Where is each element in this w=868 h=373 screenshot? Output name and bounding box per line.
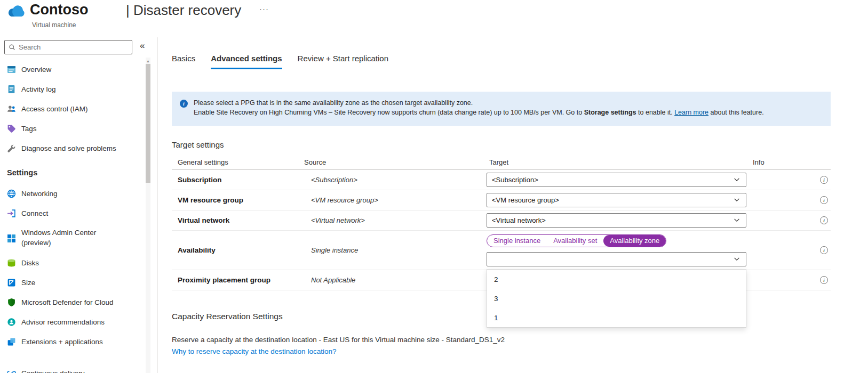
sidebar-item-microsoft-defender-for-cloud[interactable]: Microsoft Defender for Cloud	[0, 293, 143, 312]
sidebar-scrollbar-thumb[interactable]	[146, 64, 150, 183]
dropdown-option-1[interactable]: 1	[487, 308, 746, 327]
search-input[interactable]	[19, 41, 128, 53]
tab-review-start-replication[interactable]: Review + Start replication	[298, 54, 389, 69]
row-source-value: Single instance	[304, 246, 487, 254]
networking-icon	[7, 189, 16, 198]
column-header-target: Target	[487, 158, 753, 166]
banner-line2: Enable Site Recovery on High Churning VM…	[194, 108, 764, 118]
select-value: <Virtual network>	[492, 216, 546, 224]
sidebar-collapse-button[interactable]: «	[140, 40, 145, 51]
tab-advanced-settings[interactable]: Advanced settings	[211, 54, 282, 69]
row-source-value: <Virtual network>	[304, 216, 487, 224]
column-header-general-settings: General settings	[172, 158, 304, 166]
sidebar-item-label: Extensions + applications	[21, 338, 103, 346]
activity-log-icon	[7, 85, 16, 94]
tags-icon	[7, 124, 16, 133]
tab-basics[interactable]: Basics	[172, 54, 195, 69]
info-icon[interactable]	[820, 216, 828, 224]
table-row-availability: Availability Single instance Single inst…	[172, 231, 831, 270]
sidebar-item-access-control-iam[interactable]: Access control (IAM)	[0, 99, 143, 119]
sidebar-item-advisor-recommendations[interactable]: Advisor recommendations	[0, 312, 143, 332]
overview-icon	[7, 65, 16, 74]
sidebar-item-extensions-applications[interactable]: Extensions + applications	[0, 332, 143, 352]
info-banner-text: Please select a PPG that is in the same …	[194, 99, 764, 117]
capacity-reservation-link[interactable]: Why to reserve capacity at the destinati…	[172, 347, 336, 355]
sidebar-item-disks[interactable]: Disks	[0, 253, 143, 273]
sidebar-item-label: Activity log	[21, 85, 56, 93]
target-settings-title: Target settings	[172, 140, 224, 149]
row-label: Virtual network	[172, 216, 304, 224]
pill-availability-set[interactable]: Availability set	[547, 235, 603, 247]
sidebar-item-label: Disks	[21, 259, 39, 267]
availability-pill-group: Single instance Availability set Availab…	[487, 234, 666, 247]
sidebar-item-label: Diagnose and solve problems	[21, 144, 116, 152]
defender-icon	[7, 298, 16, 307]
sidebar-item-activity-log[interactable]: Activity log	[0, 79, 143, 99]
sidebar-item-label: Overview	[21, 66, 51, 74]
continuous-delivery-icon	[7, 369, 16, 373]
banner-line2-suffix: about this feature.	[708, 109, 764, 116]
sidebar-item-label: Connect	[21, 209, 48, 217]
access-control-icon	[7, 104, 16, 113]
sidebar-item-tags[interactable]: Tags	[0, 119, 143, 139]
banner-storage-settings-text: Storage settings	[584, 109, 636, 116]
availability-zone-select[interactable]	[487, 252, 746, 266]
sidebar-item-size[interactable]: Size	[0, 273, 143, 293]
info-banner: i Please select a PPG that is in the sam…	[172, 92, 831, 126]
sidebar-item-label: Tags	[21, 125, 37, 133]
sidebar-item-diagnose-and-solve-problems[interactable]: Diagnose and solve problems	[0, 139, 143, 158]
info-icon[interactable]	[820, 176, 828, 184]
sidebar-item-continuous-delivery[interactable]: Continuous delivery	[0, 363, 143, 373]
banner-line2-mid: to enable it.	[636, 109, 675, 116]
column-header-source: Source	[304, 158, 487, 166]
size-icon	[7, 278, 16, 287]
sidebar-heading-settings: Settings	[0, 164, 143, 182]
chevron-down-icon	[734, 218, 740, 222]
app-subtitle: Virtual machine	[32, 21, 76, 29]
row-label: Proximity placement group	[172, 276, 304, 284]
chevron-down-icon	[734, 198, 740, 202]
sidebar-nav: OverviewActivity logAccess control (IAM)…	[0, 60, 143, 373]
info-icon[interactable]	[820, 276, 828, 284]
pill-single-instance[interactable]: Single instance	[487, 235, 547, 247]
sidebar-item-windows-admin-center-preview[interactable]: Windows Admin Center (preview)	[0, 223, 143, 253]
target-virtual-network-select[interactable]: <Virtual network>	[487, 213, 746, 228]
learn-more-link[interactable]: Learn more	[674, 109, 708, 116]
capacity-reservation-title: Capacity Reservation Settings	[172, 312, 283, 321]
dropdown-option-2[interactable]: 2	[487, 270, 746, 289]
row-source-value: <VM resource group>	[304, 196, 487, 204]
target-subscription-select[interactable]: <Subscription>	[487, 173, 746, 187]
info-icon[interactable]	[820, 196, 828, 204]
sidebar-item-label: Advisor recommendations	[21, 318, 105, 326]
sidebar-item-label: Microsoft Defender for Cloud	[21, 298, 114, 306]
sidebar-item-label: Size	[21, 279, 35, 287]
sidebar-item-connect[interactable]: Connect	[0, 204, 143, 223]
pill-availability-zone[interactable]: Availability zone	[603, 235, 666, 247]
sidebar-item-networking[interactable]: Networking	[0, 184, 143, 204]
scroll-up-icon[interactable]: ▲	[146, 59, 150, 63]
advisor-icon	[7, 318, 16, 327]
table-row-virtual-network: Virtual network <Virtual network> <Virtu…	[172, 210, 831, 231]
dropdown-option-3[interactable]: 3	[487, 289, 746, 308]
table-row-vm-resource-group: VM resource group <VM resource group> <V…	[172, 190, 831, 210]
capacity-reservation-description: Reserve a capacity at the destination lo…	[172, 336, 505, 344]
row-label: VM resource group	[172, 196, 304, 204]
banner-line2-prefix: Enable Site Recovery on High Churning VM…	[194, 109, 584, 116]
column-header-info: Info	[753, 158, 831, 166]
banner-line1: Please select a PPG that is in the same …	[194, 99, 764, 108]
search-icon	[9, 44, 15, 51]
table-row-subscription: Subscription <Subscription> <Subscriptio…	[172, 170, 831, 190]
contoso-cloud-logo-icon	[4, 3, 28, 20]
row-source-value: <Subscription>	[304, 176, 487, 184]
more-options-icon[interactable]: ···	[259, 4, 269, 13]
sidebar: « OverviewActivity logAccess control (IA…	[0, 37, 158, 373]
row-source-value: Not Applicable	[304, 276, 487, 284]
row-label: Availability	[172, 246, 304, 254]
sidebar-item-overview[interactable]: Overview	[0, 60, 143, 79]
row-label: Subscription	[172, 176, 304, 184]
info-icon[interactable]	[820, 246, 828, 254]
page-title: | Disaster recovery	[126, 2, 241, 19]
app-title: Contoso	[30, 2, 88, 18]
target-vm-resource-group-select[interactable]: <VM resource group>	[487, 193, 746, 207]
sidebar-item-label: Continuous delivery	[21, 369, 85, 373]
